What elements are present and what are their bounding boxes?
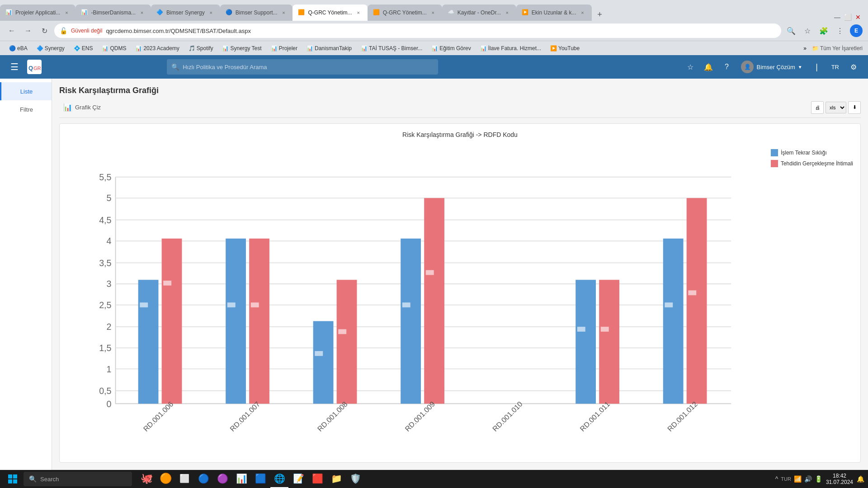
taskbar-wifi-icon[interactable]: 📶 [794,475,802,483]
page-toolbar: 📊 Grafik Çiz 🖨 xls pdf ⬇ [59,101,861,118]
bookmark-qdms[interactable]: 📊 QDMS [98,44,130,53]
tab-close-kayitlar[interactable]: × [504,9,511,16]
taskbar-app-security[interactable]: 🛡️ [346,470,364,488]
tab-close-support[interactable]: × [280,9,287,16]
settings-icon[interactable]: ⚙ [846,60,861,74]
profile-button[interactable]: E [850,24,863,37]
bookmark-icon[interactable]: ☆ [801,24,814,37]
taskbar-battery-icon[interactable]: 🔋 [815,475,822,483]
back-button[interactable]: ← [5,24,18,37]
bookmark-egitim[interactable]: 📊 Eğitim Görev [428,44,474,53]
print-button[interactable]: 🖨 [811,101,824,114]
taskbar-sound-icon[interactable]: 🔊 [804,475,812,483]
bookmark-ilave[interactable]: 📊 İlave Fatura. Hizmet... [476,44,545,53]
svg-text:Q: Q [28,65,33,71]
label-006: RD.001.006 [142,400,175,433]
bookmark-synergy-test[interactable]: 📊 Synergy Test [218,44,265,53]
bookmark-youtube[interactable]: ▶️ YouTube [547,44,583,53]
tab-bimser-synergy[interactable]: 🔷 Bimser Synergy × [151,5,220,21]
taskbar-app-explorer[interactable]: 🐙 [137,470,156,488]
tab-close-synergy[interactable]: × [208,9,215,16]
bookmark-eba[interactable]: 🔵 eBA [5,44,31,53]
svg-rect-32 [338,329,346,334]
svg-rect-38 [688,291,696,296]
maximize-button[interactable]: ⬜ [844,14,852,21]
taskbar-app-excel[interactable]: 📊 [232,470,250,488]
tab-close-danisma[interactable]: × [138,9,146,16]
bookmark-projeler[interactable]: 📊 Projeler [267,44,301,53]
tab-close-projeler[interactable]: × [63,9,70,16]
bookmark-spotify[interactable]: 🎵 Spotify [185,44,217,53]
tab-favicon-qgrc2: 🟧 [373,9,380,16]
svg-text:0: 0 [107,399,112,409]
new-tab-button[interactable]: + [594,8,606,21]
download-button[interactable]: ⬇ [848,101,861,114]
bookmark-synergy[interactable]: 🔷 Synergy [33,44,68,53]
tab-close-qgrc[interactable]: × [355,9,362,16]
reload-button[interactable]: ↻ [38,24,51,37]
export-format-select[interactable]: xls pdf [826,102,846,113]
bookmark-synergy-icon: 🔷 [37,45,43,52]
tab-kayitlar[interactable]: ☁️ Kayıtlar - OneDr... × [442,5,516,21]
svg-text:5,5: 5,5 [99,172,111,182]
bookmark-danisman-icon: 📊 [307,45,313,52]
bar-islem-011 [576,280,596,404]
help-button[interactable]: ? [719,60,734,74]
taskbar-app-chrome[interactable]: 🌐 [270,470,288,488]
label-010: RD.001.010 [491,400,524,433]
taskbar-app-teams2[interactable]: 🟥 [308,470,326,488]
bar-tehdit-008 [337,280,357,404]
bookmark-qdms-icon: 📊 [102,45,108,52]
close-button[interactable]: ✕ [855,14,861,21]
tab-bimser-support[interactable]: 🔵 Bimser Support... × [220,5,293,21]
bookmark-academy[interactable]: 📊 2023 Academy [132,44,183,53]
global-search-bar[interactable]: 🔍 [167,59,438,75]
notification-button[interactable]: 🔔 [701,60,716,74]
tab-qgrc-2[interactable]: 🟧 Q-GRC Yönetim... × [368,5,442,21]
sidebar-item-liste[interactable]: Liste [0,82,52,100]
tab-close-qgrc2[interactable]: × [429,9,437,16]
taskbar: 🔍 Search 🐙 🟠 ⬜ 🔵 🟣 📊 🟦 🌐 📝 [0,470,868,488]
bookmark-danisman[interactable]: 📊 DanismanTakip [303,44,355,53]
svg-text:1,5: 1,5 [99,343,111,353]
taskbar-chevron-icon[interactable]: ^ [775,475,778,483]
taskbar-notification-icon[interactable]: 🔔 [857,475,864,483]
taskbar-app-task[interactable]: 🟦 [251,470,269,488]
taskbar-app-office[interactable]: 🟠 [156,470,175,488]
taskbar-clock[interactable]: 18:42 31.07.2024 [826,473,853,485]
taskbar-app-onenote[interactable]: 🟣 [213,470,231,488]
taskbar-search-bar[interactable]: 🔍 Search [24,472,132,486]
tab-favicon-synergy: 🔷 [156,9,164,16]
global-search-input[interactable] [183,64,434,70]
app-menu-button[interactable]: ☰ [7,60,22,74]
star-button[interactable]: ☆ [683,60,698,74]
tab-projeler[interactable]: 📊 Projeler Applicati... × [0,5,75,21]
sidebar-item-filtre[interactable]: Filtre [0,100,52,118]
user-profile-button[interactable]: 👤 Bimser Çözüm ▼ [737,59,806,75]
bookmark-ens[interactable]: 💠 ENS [70,44,97,53]
extensions-icon[interactable]: 🧩 [817,24,830,37]
tab-youtube[interactable]: ▶️ Ekin Uzunlar & k... × [516,5,592,21]
grafik-ciz-button[interactable]: 📊 Grafik Çiz [59,101,105,114]
browser-toolbar: ← → ↻ 🔓 Güvenli değil qgrcdemo.bimser.co… [0,21,868,41]
taskbar-app-files[interactable]: 📁 [327,470,345,488]
minimize-button[interactable]: — [834,14,840,21]
taskbar-app-taskview[interactable]: ⬜ [175,470,193,488]
forward-button[interactable]: → [22,24,34,37]
tab-bimser-danisma[interactable]: 📊 -BimserDanisma... × [75,5,151,21]
language-selector[interactable]: TR [828,62,843,72]
tab-close-youtube[interactable]: × [579,9,586,16]
bookmark-tai[interactable]: 📊 TAİ TUSAŞ - Bimser... [357,44,426,53]
bookmark-youtube-label: YouTube [558,45,580,52]
browser-menu-icon[interactable]: ⋮ [834,24,846,37]
bookmark-folder[interactable]: 📁 Tüm Yer İşaretleri [812,45,863,52]
taskbar-app-word[interactable]: 📝 [289,470,307,488]
bookmark-danisman-label: DanismanTakip [315,45,352,52]
bookmarks-more-button[interactable]: » [803,45,807,52]
taskbar-app-teams[interactable]: 🔵 [194,470,212,488]
search-icon[interactable]: 🔍 [785,24,797,37]
bookmark-eba-icon: 🔵 [9,45,15,52]
address-bar[interactable]: 🔓 Güvenli değil qgrcdemo.bimser.com.tr/Q… [54,23,781,38]
start-button[interactable] [4,470,22,488]
tab-qgrc-active[interactable]: 🟧 Q-GRC Yönetim... × [292,5,367,21]
